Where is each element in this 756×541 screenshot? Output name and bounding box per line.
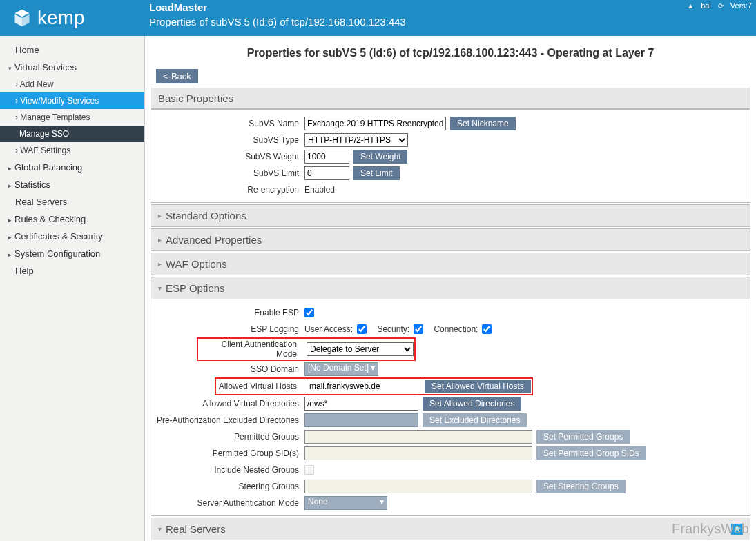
- chevron-right-icon: ▸: [158, 260, 162, 268]
- permitted-groups-textarea[interactable]: [304, 430, 532, 444]
- server-auth-mode-select[interactable]: None▾: [304, 496, 387, 510]
- permitted-group-sids-label: Permitted Group SID(s): [154, 449, 304, 458]
- set-limit-button[interactable]: Set Limit: [353, 166, 400, 180]
- enable-esp-checkbox[interactable]: [304, 308, 314, 317]
- reencryption-value: Enabled: [304, 185, 335, 195]
- sidebar-item-system-config[interactable]: System Configuration: [0, 245, 144, 262]
- subvs-type-select[interactable]: HTTP-HTTP/2-HTTPS: [304, 133, 408, 147]
- chevron-right-icon: ▸: [158, 212, 162, 219]
- chevron-down-icon: ▾: [158, 525, 162, 533]
- sidebar-item-rules-checking[interactable]: Rules & Checking: [0, 210, 144, 228]
- include-nested-groups-label: Include Nested Groups: [154, 465, 304, 475]
- allowed-virtual-hosts-input[interactable]: [307, 380, 420, 393]
- steering-groups-label: Steering Groups: [154, 482, 304, 491]
- client-auth-mode-select[interactable]: Delegate to Server: [307, 342, 414, 356]
- version-label: Vers:7: [730, 1, 752, 10]
- permitted-group-sids-textarea[interactable]: [304, 446, 532, 460]
- user-access-checkbox[interactable]: [357, 324, 367, 334]
- subvs-name-input[interactable]: [304, 117, 446, 130]
- section-real-servers-header[interactable]: ▾Real Servers A: [151, 518, 750, 540]
- set-excluded-dirs-button[interactable]: Set Excluded Directories: [423, 413, 527, 427]
- include-nested-groups-checkbox[interactable]: [304, 465, 314, 475]
- user-name: bal: [701, 1, 711, 10]
- section-advanced-header[interactable]: ▸Advanced Properties: [151, 228, 750, 251]
- subvs-weight-label: SubVS Weight: [154, 152, 304, 161]
- sidebar-item-certs-security[interactable]: Certificates & Security: [0, 228, 144, 245]
- security-checkbox[interactable]: [414, 324, 423, 334]
- sidebar-item-virtual-services[interactable]: Virtual Services: [0, 59, 144, 76]
- set-allowed-dirs-button[interactable]: Set Allowed Directories: [423, 397, 521, 411]
- back-button[interactable]: <-Back: [156, 69, 198, 83]
- section-basic-header: Basic Properties: [151, 88, 750, 109]
- subvs-weight-input[interactable]: [304, 150, 349, 164]
- sidebar-item-manage-sso[interactable]: Manage SSO: [0, 126, 144, 142]
- sidebar-item-help[interactable]: Help: [0, 262, 144, 279]
- subvs-name-label: SubVS Name: [154, 119, 304, 128]
- server-auth-mode-label: Server Authentication Mode: [154, 498, 304, 508]
- allowed-virtual-hosts-label: Allowed Virtual Hosts: [217, 382, 302, 391]
- app-title: LoadMaster: [145, 1, 756, 16]
- sidebar-item-real-servers[interactable]: Real Servers: [0, 193, 144, 210]
- watermark: FrankysWeb: [672, 521, 749, 537]
- preauth-excluded-dirs-label: Pre-Authorization Excluded Directories: [154, 415, 304, 425]
- chevron-down-icon: ▾: [158, 284, 162, 292]
- sidebar-item-add-new[interactable]: Add New: [0, 76, 144, 92]
- enable-esp-label: Enable ESP: [154, 308, 304, 317]
- permitted-groups-label: Permitted Groups: [154, 432, 304, 442]
- subvs-limit-input[interactable]: [304, 166, 349, 180]
- preauth-excluded-dirs-input[interactable]: [304, 413, 418, 427]
- set-permitted-group-sids-button[interactable]: Set Permitted Group SIDs: [536, 446, 646, 460]
- sidebar-item-global-balancing[interactable]: Global Balancing: [0, 159, 144, 176]
- page-title: Properties for subVS 5 (Id:6) of tcp/192…: [145, 47, 756, 59]
- allowed-virtual-dirs-label: Allowed Virtual Directories: [154, 399, 304, 409]
- connection-label: Connection:: [434, 324, 478, 334]
- sidebar-item-view-modify[interactable]: View/Modify Services: [0, 92, 144, 109]
- kemp-logo-icon: [12, 8, 32, 28]
- section-waf-header[interactable]: ▸WAF Options: [151, 253, 750, 275]
- sidebar-item-home[interactable]: Home: [0, 41, 144, 59]
- chevron-right-icon: ▸: [158, 236, 162, 244]
- user-access-label: User Access:: [304, 324, 353, 334]
- set-allowed-virtual-hosts-button[interactable]: Set Allowed Virtual Hosts: [425, 380, 531, 393]
- set-permitted-groups-button[interactable]: Set Permitted Groups: [536, 430, 630, 444]
- brand-text: kemp: [37, 7, 84, 29]
- steering-groups-textarea[interactable]: [304, 480, 532, 493]
- subvs-limit-label: SubVS Limit: [154, 168, 304, 178]
- sidebar: Home Virtual Services Add New View/Modif…: [0, 36, 145, 541]
- sidebar-item-statistics[interactable]: Statistics: [0, 176, 144, 193]
- set-weight-button[interactable]: Set Weight: [353, 150, 407, 164]
- link-icon: ⟳: [718, 2, 724, 10]
- subvs-type-label: SubVS Type: [154, 135, 304, 145]
- allowed-virtual-dirs-input[interactable]: [304, 397, 418, 411]
- section-esp-header[interactable]: ▾ESP Options: [151, 277, 750, 299]
- reencryption-label: Re-encryption: [154, 185, 304, 195]
- sidebar-item-manage-templates[interactable]: Manage Templates: [0, 109, 144, 126]
- esp-logging-label: ESP Logging: [154, 324, 304, 334]
- set-steering-groups-button[interactable]: Set Steering Groups: [536, 480, 626, 493]
- sso-domain-select[interactable]: [No Domain Set] ▾: [304, 362, 378, 376]
- breadcrumb: Properties of subVS 5 (Id:6) of tcp/192.…: [145, 16, 756, 28]
- set-nickname-button[interactable]: Set Nickname: [450, 117, 516, 130]
- section-standard-header[interactable]: ▸Standard Options: [151, 204, 750, 227]
- sso-domain-label: SSO Domain: [154, 364, 304, 374]
- sidebar-item-waf-settings[interactable]: WAF Settings: [0, 142, 144, 159]
- user-icon: ▲: [687, 2, 694, 10]
- connection-checkbox[interactable]: [482, 324, 492, 334]
- security-label: Security:: [377, 324, 409, 334]
- client-auth-mode-label: Client Authentication Mode: [199, 340, 302, 359]
